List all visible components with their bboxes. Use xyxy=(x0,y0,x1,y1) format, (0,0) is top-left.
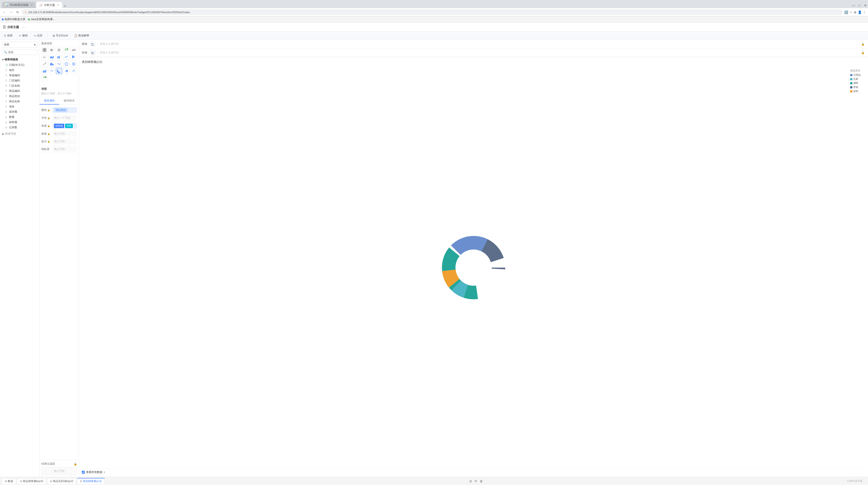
field-date[interactable]: 🕐 日期(年月日) xyxy=(1,62,38,68)
prop-value-label[interactable]: 拖入字段 xyxy=(53,131,77,136)
bookmark-ecommerce[interactable]: 电商618数据大屏 xyxy=(2,18,25,21)
chart-type-scatter2[interactable] xyxy=(70,68,77,74)
chart-type-flow-map[interactable] xyxy=(49,68,55,74)
chart-type-bar-grouped[interactable] xyxy=(49,54,55,60)
browser-tab-finebi[interactable]: 📊 FineBI商业智能 ✕ xyxy=(2,2,36,8)
y-axis-lock[interactable]: 🔒 xyxy=(860,50,865,55)
export-excel-button[interactable]: ⊞ 导出Excel xyxy=(51,33,69,38)
tree-group-header-sales[interactable]: ▾ 销售明细表 xyxy=(1,57,38,62)
chart-type-heatmap-table[interactable] xyxy=(63,47,70,53)
chart-type-waterfall[interactable] xyxy=(49,61,55,67)
field-store-code[interactable]: T 门店编码 xyxy=(1,78,38,83)
chart-type-detail[interactable] xyxy=(56,47,62,53)
x-axis-more[interactable]: · xyxy=(97,42,98,46)
bottom-tab-top10-profit[interactable]: ⊞ 商品毛利顶top10 xyxy=(47,478,76,484)
field-product-name[interactable]: T 商品名称 xyxy=(1,99,38,104)
app-nav-icon[interactable]: ☰ xyxy=(3,25,6,29)
translate-button[interactable]: 🔠 xyxy=(844,10,848,14)
x-axis-icon[interactable] xyxy=(90,41,95,47)
refresh-button[interactable]: ↻ xyxy=(16,10,20,15)
browser-tab-analysis[interactable]: 📈 分析主题 ✕ xyxy=(36,2,62,8)
chart-type-donut[interactable] xyxy=(56,68,62,74)
maximize-button[interactable]: □ xyxy=(857,3,862,8)
duplicate-tab-button[interactable]: ⧉ xyxy=(474,479,478,483)
bottom-tab-bar: ⊞ 数据 ⊞ 商品销售额top10 ⊞ 商品毛利顶top10 ⊞ 类别销售额占比… xyxy=(0,477,868,485)
filter-drop-zone[interactable]: 拖入字段 xyxy=(41,467,77,475)
y-axis-icon[interactable] xyxy=(90,50,95,55)
field-order-code[interactable]: T 单据编码 xyxy=(1,73,38,78)
group-label: 销售明细表 xyxy=(4,58,18,61)
search-input[interactable] xyxy=(8,51,42,54)
tab-close-analysis[interactable]: ✕ xyxy=(57,4,59,6)
url-bar[interactable]: ⚠ 192.168.171.80:8080/finebi/decision/v5… xyxy=(22,9,842,15)
chart-type-line[interactable] xyxy=(63,54,70,60)
chart-type-num-card[interactable]: 123 xyxy=(70,47,77,53)
chart-type-radar[interactable] xyxy=(63,61,70,67)
tab-shape[interactable]: 图形属性 xyxy=(39,97,59,105)
field-store-name[interactable]: T 门店名称 xyxy=(1,83,38,88)
chart-type-pie-rose[interactable] xyxy=(63,68,70,74)
bottom-tab-data[interactable]: ⊞ 数据 xyxy=(2,478,16,484)
view-all-data-checkbox[interactable] xyxy=(82,471,85,474)
profile-button[interactable]: 👤 xyxy=(858,10,862,14)
chart-type-scatter[interactable] xyxy=(41,61,48,67)
chart-type-bar-horiz[interactable] xyxy=(70,54,77,60)
chart-type-bubble-map[interactable] xyxy=(70,61,77,67)
chart-type-area[interactable] xyxy=(41,68,48,74)
bottom-tab-category-sales[interactable]: ⊞ 类别销售额占比 xyxy=(77,478,105,484)
prop-row-radius: 半径 🔒 拖入一个字段 xyxy=(41,114,77,122)
field-product-category[interactable]: T 商品类别 xyxy=(1,94,38,99)
y-axis-more[interactable]: · xyxy=(97,51,98,55)
cross-table-item[interactable]: ▶ 跨表字段 xyxy=(1,131,38,137)
chart-type-cross[interactable] xyxy=(49,47,55,53)
filter-title: 结果过滤器 xyxy=(41,462,55,466)
back-button[interactable]: ← xyxy=(2,10,7,15)
chart-type-scatter-map[interactable] xyxy=(41,54,48,60)
prop-value-tooltip[interactable]: 拖入字段 xyxy=(53,139,77,144)
forward-button[interactable]: → xyxy=(8,10,13,15)
field-city[interactable]: T 城市 xyxy=(1,68,38,73)
extensions-button[interactable]: ⊕ xyxy=(854,10,857,14)
app-more-button[interactable]: ⋯ xyxy=(22,25,25,29)
refresh-button[interactable]: ↻ 刷新 xyxy=(3,33,14,38)
field-quantity[interactable]: # 数量 xyxy=(1,114,38,120)
config-tabs: 图形属性 组件样式 xyxy=(39,97,79,105)
prop-value-granularity[interactable]: 拖入字段 xyxy=(53,147,77,152)
tab-close-finebi[interactable]: ✕ xyxy=(31,4,33,6)
field-sales[interactable]: # 销售额 xyxy=(1,120,38,125)
field-cost[interactable]: # 成本额 xyxy=(1,109,38,114)
prop-value-angle[interactable]: 销售额 求和 xyxy=(53,123,77,129)
field-label: 数量 xyxy=(9,115,14,119)
chart-type-heatmap[interactable] xyxy=(41,75,48,81)
field-province[interactable]: T 省份 xyxy=(1,104,38,109)
x-axis-row: 横轴 · 请拖入左侧字段 🔒 xyxy=(79,40,868,49)
delete-tab-button[interactable]: 🗑 xyxy=(479,479,484,483)
add-tab-button[interactable]: ⊞ xyxy=(468,479,473,483)
new-tab-button[interactable]: + xyxy=(62,4,68,8)
bottom-tab-icon-3: ⊞ xyxy=(50,480,52,483)
close-button[interactable]: ✕ xyxy=(863,3,868,8)
data-explain-button[interactable]: 📋 数据解释 xyxy=(73,33,91,38)
color-lock-icon: 🔒 xyxy=(47,109,50,111)
config-panel: 图表类型 123 xyxy=(39,40,79,477)
field-product-code[interactable]: T 商品编码 xyxy=(1,88,38,94)
undo-button[interactable]: ↩ 撤销 xyxy=(18,33,29,38)
field-records[interactable]: # 记录数 xyxy=(1,125,38,130)
minimize-button[interactable]: — xyxy=(851,3,856,8)
tab-style[interactable]: 组件样式 xyxy=(59,97,79,105)
bookmark-button[interactable]: ☆ xyxy=(849,10,852,14)
prop-value-radius[interactable]: 拖入一个字段 xyxy=(53,115,77,120)
chart-type-bar-stacked[interactable] xyxy=(56,54,62,60)
prop-value-color[interactable]: 商品类别 xyxy=(53,107,77,113)
chart-type-wave[interactable] xyxy=(56,61,62,67)
chart-type-table[interactable] xyxy=(41,47,48,53)
redo-button[interactable]: ↪ 还原 xyxy=(33,33,44,38)
menu-button[interactable]: ⋮ xyxy=(863,10,866,14)
scope-select[interactable]: 全部 ▾ xyxy=(2,41,37,48)
info-icon[interactable]: ℹ xyxy=(104,470,105,474)
x-axis-lock[interactable]: 🔒 xyxy=(860,41,865,47)
bottom-tab-top10-sales[interactable]: ⊞ 商品销售额top10 xyxy=(17,478,46,484)
bookmark-java[interactable]: Java互联网架构课... xyxy=(28,18,55,21)
svg-rect-54 xyxy=(46,77,46,78)
svg-point-44 xyxy=(72,71,73,72)
